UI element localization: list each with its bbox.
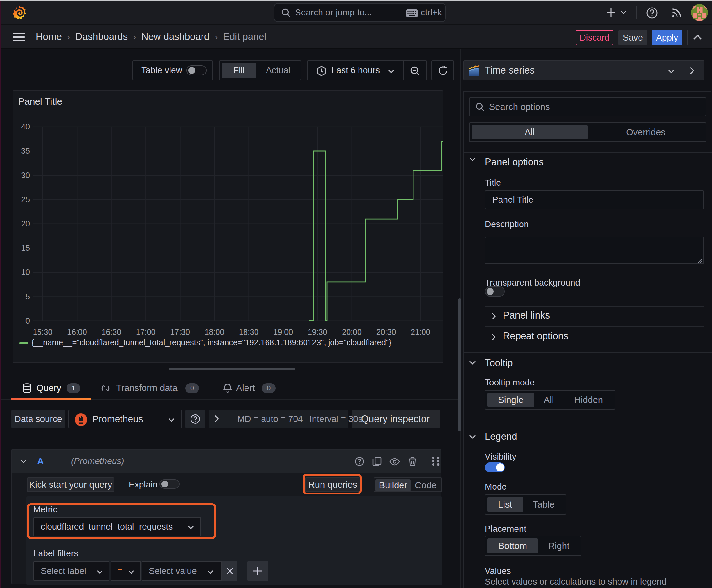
svg-text:18:30: 18:30 <box>239 328 259 336</box>
svg-text:10: 10 <box>21 268 30 276</box>
svg-text:{__name__="cloudflared_tunnel_: {__name__="cloudflared_tunnel_total_requ… <box>31 338 391 347</box>
svg-text:15: 15 <box>21 244 30 252</box>
svg-text:25: 25 <box>21 195 30 204</box>
svg-text:16:30: 16:30 <box>102 328 122 336</box>
svg-text:0: 0 <box>25 316 30 325</box>
svg-text:21:00: 21:00 <box>411 328 430 336</box>
svg-text:20:30: 20:30 <box>376 328 396 336</box>
svg-text:19:30: 19:30 <box>308 328 327 336</box>
svg-text:40: 40 <box>21 122 30 131</box>
svg-text:16:00: 16:00 <box>67 328 87 336</box>
svg-text:17:30: 17:30 <box>170 328 190 336</box>
svg-text:18:00: 18:00 <box>205 328 224 336</box>
svg-text:17:00: 17:00 <box>136 328 156 336</box>
svg-text:5: 5 <box>25 292 30 301</box>
svg-text:20: 20 <box>21 219 30 228</box>
svg-text:15:30: 15:30 <box>33 328 53 336</box>
svg-text:20:00: 20:00 <box>342 328 362 336</box>
svg-text:35: 35 <box>21 146 30 155</box>
svg-text:19:00: 19:00 <box>274 328 293 336</box>
svg-text:30: 30 <box>21 171 30 180</box>
